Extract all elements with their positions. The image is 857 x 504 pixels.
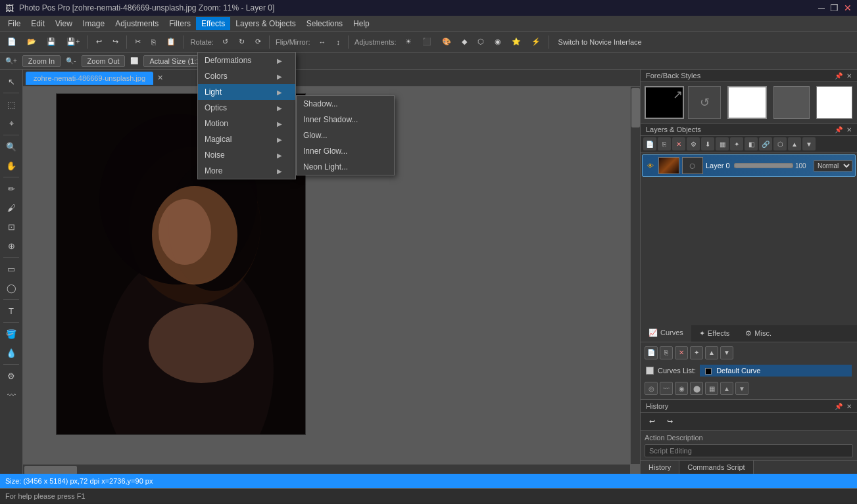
menu-colors[interactable]: Colors ▶ (198, 68, 295, 84)
history-undo-button[interactable]: ↩ (645, 415, 660, 428)
menu-file[interactable]: File (3, 17, 26, 30)
menu-noise[interactable]: Noise ▶ (198, 147, 295, 163)
foreback-panel-header[interactable]: Fore/Back Styles 📌 ✕ (641, 70, 857, 82)
menu-view[interactable]: View (50, 17, 78, 30)
close-button[interactable]: ✕ (844, 3, 852, 13)
curves-icon-4[interactable]: ⬤ (690, 382, 703, 395)
curves-icon-6[interactable]: ▲ (720, 382, 733, 395)
move-layer-up-button[interactable]: ▲ (788, 137, 801, 150)
move-tool-button[interactable]: ↖ (2, 72, 20, 91)
layer-group-button[interactable]: ⬡ (773, 137, 787, 150)
menu-light[interactable]: Light ▶ (198, 84, 295, 100)
flip-h-button[interactable]: ↔ (314, 35, 330, 49)
color-balance-button[interactable]: ⬛ (418, 35, 436, 49)
flatten-button[interactable]: ▦ (716, 137, 729, 150)
layers-close-icon[interactable]: ✕ (846, 126, 852, 133)
style-reload-button[interactable]: ↺ (688, 86, 721, 119)
opacity-slider[interactable] (734, 163, 793, 168)
history-close-icon[interactable]: ✕ (846, 403, 852, 410)
menu-effects[interactable]: Effects (196, 17, 230, 30)
new-curve-button[interactable]: 📄 (645, 346, 658, 359)
save-button[interactable]: 💾 (42, 35, 61, 49)
menu-optics[interactable]: Optics ▶ (198, 100, 295, 116)
menu-filters[interactable]: Filters (164, 17, 196, 30)
ellipse-tool-button[interactable]: ◯ (2, 279, 20, 297)
menu-help[interactable]: Help (348, 17, 375, 30)
copy-button[interactable]: ⎘ (147, 35, 160, 49)
hand-tool-button[interactable]: ✋ (2, 156, 20, 175)
canvas-scroll-v[interactable] (630, 87, 640, 464)
menu-inner-shadow[interactable]: Inner Shadow... (297, 112, 394, 127)
menu-magical[interactable]: Magical ▶ (198, 131, 295, 147)
layers-panel-header[interactable]: Layers & Objects 📌 ✕ (641, 124, 857, 136)
minimize-button[interactable]: ─ (818, 3, 825, 13)
foreback-close-icon[interactable]: ✕ (846, 72, 852, 80)
zoom-tool-button[interactable]: 🔍 (2, 137, 20, 156)
tab-effects[interactable]: ✦ Effects (691, 325, 737, 342)
layer-visibility-icon[interactable]: 👁 (645, 160, 656, 171)
clone-tool-button[interactable]: ⊕ (2, 237, 20, 255)
layers-pin-icon[interactable]: 📌 (835, 126, 843, 133)
zoom-in-button[interactable]: Zoom In (22, 55, 61, 67)
rotate-right-button[interactable]: ↻ (234, 35, 249, 49)
canvas-scroll-thumb-v[interactable] (631, 88, 640, 127)
duplicate-curve-button[interactable]: ⎘ (660, 346, 673, 359)
switch-novice-button[interactable]: Switch to Novice Interface (552, 36, 648, 48)
zoom-out-button[interactable]: Zoom Out (82, 55, 126, 67)
history-script-input[interactable] (645, 444, 853, 457)
curves-icon-2[interactable]: 〰 (660, 382, 673, 395)
curves-icon-1[interactable]: ◎ (645, 382, 658, 395)
menu-adjustments[interactable]: Adjustments (110, 17, 164, 30)
tab-curves[interactable]: 📈 Curves (641, 325, 691, 342)
history-tab-history[interactable]: History (641, 461, 679, 474)
menu-glow[interactable]: Glow... (297, 127, 394, 143)
adj-btn4[interactable]: ◆ (457, 35, 472, 49)
layer-row[interactable]: 👁 ○ Layer 0 100 Normal Multiply (642, 154, 856, 177)
menu-shadow[interactable]: Shadow... (297, 96, 394, 112)
history-panel-header[interactable]: History 📌 ✕ (641, 400, 857, 413)
history-tab-commands[interactable]: Commands Script (679, 461, 753, 474)
layer-link-button[interactable]: 🔗 (759, 137, 772, 150)
menu-more[interactable]: More ▶ (198, 163, 295, 179)
layer-effects-button[interactable]: ✦ (730, 137, 743, 150)
canvas-tab-image[interactable]: zohre-nemati-486669-unsplash.jpg (26, 72, 153, 85)
layer-properties-button[interactable]: ⚙ (687, 137, 700, 150)
curves-effect-button[interactable]: ✦ (690, 346, 703, 359)
rotate-free-button[interactable]: ⟳ (251, 35, 266, 49)
smudge-tool-button[interactable]: 〰 (2, 386, 20, 404)
history-pin-icon[interactable]: 📌 (835, 403, 843, 410)
save-as-button[interactable]: 💾+ (62, 35, 84, 49)
transform-tool-button[interactable]: ⚙ (2, 367, 20, 385)
duplicate-layer-button[interactable]: ⎘ (658, 137, 671, 150)
delete-layer-button[interactable]: ✕ (672, 137, 685, 150)
default-curve-item[interactable]: Default Curve (700, 365, 852, 377)
cut-button[interactable]: ✂ (130, 35, 145, 49)
curves-icon-7[interactable]: ▼ (735, 382, 748, 395)
new-file-button[interactable]: 📄 (3, 35, 21, 49)
foreback-pin-icon[interactable]: 📌 (835, 72, 843, 80)
canvas-scroll-h[interactable] (23, 464, 630, 474)
restore-button[interactable]: ❐ (830, 3, 839, 13)
menu-edit[interactable]: Edit (26, 17, 50, 30)
merge-down-button[interactable]: ⬇ (701, 137, 714, 150)
menu-motion[interactable]: Motion ▶ (198, 116, 295, 131)
menu-deformations[interactable]: Deformations ▶ (198, 53, 295, 68)
menu-layers-objects[interactable]: Layers & Objects (230, 17, 301, 30)
brush-tool-button[interactable]: 🖌 (2, 198, 20, 217)
move-layer-down-button[interactable]: ▼ (802, 137, 816, 150)
selection-tool-button[interactable]: ⬚ (2, 95, 20, 114)
text-tool-button[interactable]: T (2, 302, 20, 320)
curves-icon-3[interactable]: ◉ (675, 382, 688, 395)
hue-button[interactable]: 🎨 (437, 35, 456, 49)
layer-mask-button[interactable]: ◧ (745, 137, 758, 150)
undo-button[interactable]: ↩ (91, 35, 107, 49)
swap-foreground-arrow[interactable]: ↗ (673, 87, 683, 102)
adj-btn5[interactable]: ⬡ (473, 35, 489, 49)
menu-selections[interactable]: Selections (301, 17, 348, 30)
close-tab-button[interactable]: ✕ (157, 74, 163, 82)
adj-btn6[interactable]: ◉ (490, 35, 506, 49)
curves-up-button[interactable]: ▲ (705, 346, 718, 359)
curves-icon-5[interactable]: ▦ (705, 382, 718, 395)
brightness-button[interactable]: ☀ (401, 35, 416, 49)
adj-btn8[interactable]: ⚡ (527, 35, 545, 49)
